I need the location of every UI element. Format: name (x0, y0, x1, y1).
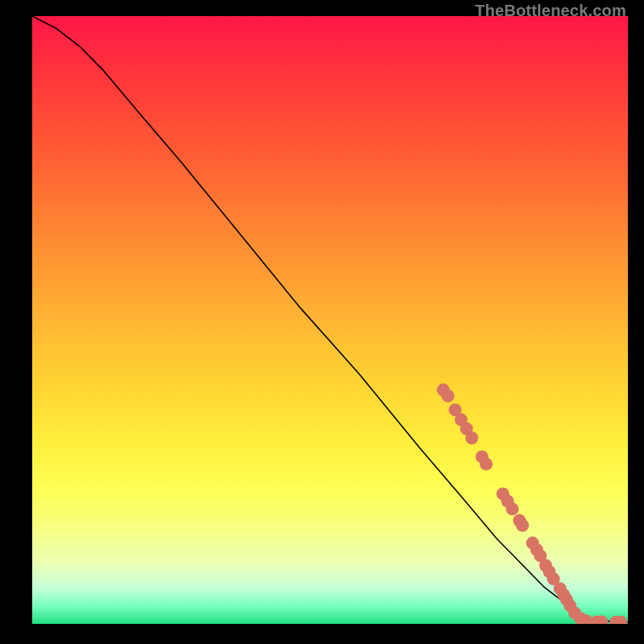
data-point (516, 519, 529, 532)
data-point (506, 502, 518, 515)
plot-area (32, 16, 628, 624)
curve-line (32, 16, 628, 622)
chart-frame: TheBottleneck.com (0, 0, 644, 644)
chart-svg (32, 16, 628, 624)
watermark-text: TheBottleneck.com (475, 2, 626, 20)
data-point (442, 390, 455, 402)
dots-group (437, 383, 628, 624)
data-point (465, 431, 478, 444)
data-point (480, 457, 493, 470)
